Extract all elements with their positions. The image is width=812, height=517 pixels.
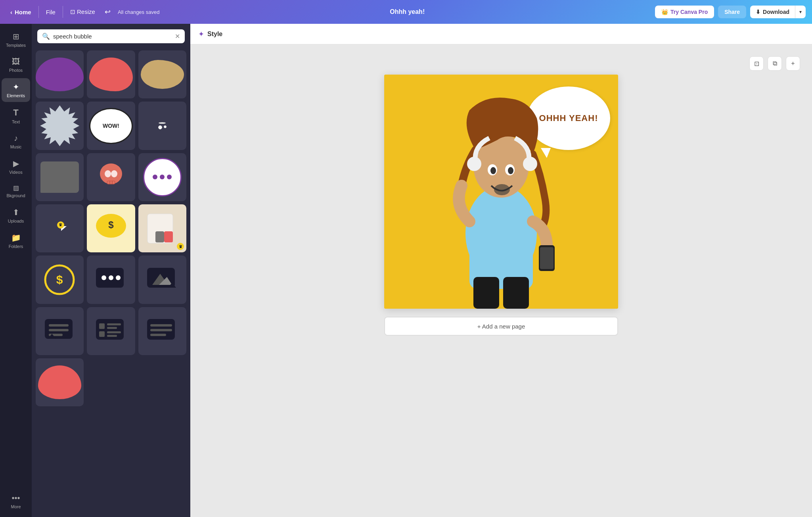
svg-point-2 [111,170,117,177]
svg-rect-33 [107,331,121,333]
skull-bubble-shape [95,161,127,193]
search-input[interactable] [53,33,172,40]
sidebar-item-background[interactable]: ▨ Bkground [2,180,30,202]
svg-point-41 [467,157,481,171]
chevron-left-icon: ‹ [10,9,12,15]
list-item[interactable]: $ [87,204,135,252]
svg-rect-36 [150,324,172,327]
list-item[interactable] [138,256,186,304]
saved-text: All changes saved [118,9,160,15]
download-button[interactable]: ⬇ Download [750,6,795,18]
sidebar-item-photos[interactable]: 🖼 Photos [2,53,30,77]
sidebar-item-videos[interactable]: ▶ Videos [2,155,30,179]
home-button[interactable]: ‹ Home [6,6,35,18]
elements-icon: ✦ [13,82,19,92]
list-item[interactable] [138,307,186,355]
sidebar-label-uploads: Uploads [8,219,24,223]
document-name: Ohhh yeah! [390,8,425,15]
sidebar-label-folders: Folders [9,244,23,249]
canvas-scroll: ⊡ ⧉ + OHHH YEAH! [190,44,812,517]
sidebar-item-music[interactable]: ♪ Music [2,130,30,153]
undo-button[interactable]: ↩ [102,5,113,19]
search-input-wrap: 🔍 ✕ [37,29,185,43]
background-icon: ▨ [13,184,19,192]
svg-rect-50 [540,247,553,269]
share-button[interactable]: Share [718,6,746,18]
more-icon: ••• [11,494,20,503]
sidebar-label-videos: Videos [9,170,22,175]
list-item[interactable] [87,153,135,201]
red-partial-shape [38,365,81,399]
photos-icon: 🖼 [12,57,20,66]
svg-point-15 [102,275,106,280]
sidebar-item-more[interactable]: ••• More [2,490,30,513]
svg-point-47 [494,184,510,195]
svg-rect-32 [99,331,105,337]
list-item[interactable] [87,307,135,355]
file-button[interactable]: File [42,6,59,18]
sidebar-label-background: Bkground [6,193,25,198]
search-panel: 🔍 ✕ WOW! [32,24,190,517]
canvas-frame[interactable]: OHHH YEAH! [384,75,618,309]
sidebar-label-more: More [11,504,21,509]
list-item[interactable]: WOW! [87,102,135,150]
topbar: ‹ Home File ⊡ Resize ↩ All changes saved… [0,0,812,24]
white-rect-bubble-shape: ♛ [53,226,67,231]
list-item[interactable] [138,102,186,150]
list-item[interactable] [87,256,135,304]
divider2 [63,6,63,18]
sidebar-label-templates: Templates [6,43,26,48]
svg-text:$: $ [108,219,114,230]
card-shape [144,211,180,246]
canvas-actions: ⊡ ⧉ + [749,56,800,71]
frame-action-button[interactable]: ⊡ [749,56,764,71]
list-item[interactable] [36,153,84,201]
sidebar-item-text[interactable]: T Text [2,104,30,128]
list-item[interactable] [36,307,84,355]
dark-lines3-shape [146,317,178,345]
uploads-icon: ⬆ [13,208,19,217]
list-item[interactable] [87,50,135,98]
templates-icon: ⊞ [13,32,19,41]
list-item[interactable] [138,153,186,201]
svg-point-17 [116,275,121,280]
svg-rect-29 [99,323,105,329]
svg-rect-11 [155,231,164,242]
list-item[interactable]: ♛ [138,204,186,252]
download-chevron-button[interactable]: ▾ [795,6,806,18]
sidebar-item-folders[interactable]: 📁 Folders [2,229,30,253]
add-action-button[interactable]: + [786,56,800,71]
sidebar-label-music: Music [10,144,22,149]
dark-lines1-shape [44,317,76,345]
list-item[interactable] [36,102,84,150]
resize-button[interactable]: ⊡ Resize [66,6,99,18]
style-icon: ✦ [198,30,204,38]
list-item[interactable] [138,50,186,98]
sidebar-label-text: Text [12,119,20,124]
try-pro-label: Try Canva Pro [670,9,708,15]
dollar-circle-shape: $ [43,263,77,297]
list-item[interactable]: $ [36,256,84,304]
list-item[interactable] [36,358,84,406]
add-page-button[interactable]: + Add a new page [384,317,618,336]
try-pro-button[interactable]: 👑 Try Canva Pro [655,6,714,18]
sidebar-item-templates[interactable]: ⊞ Templates [2,28,30,52]
divider [38,6,39,18]
dark-lines2-shape [95,317,127,345]
folders-icon: 📁 [11,233,21,242]
svg-rect-34 [107,335,117,337]
svg-rect-24 [49,324,69,327]
home-label: Home [15,9,31,15]
svg-rect-52 [503,277,529,309]
wow-bubble-shape: WOW! [89,108,132,144]
svg-rect-25 [49,329,69,331]
gray-chat-shape [40,161,79,193]
tan-bubble-shape [141,60,184,89]
copy-action-button[interactable]: ⧉ [768,56,782,71]
sidebar-item-elements[interactable]: ✦ Elements [2,78,30,102]
clear-icon[interactable]: ✕ [175,33,180,40]
add-page-label: + Add a new page [477,323,525,330]
list-item[interactable]: ♛ [36,204,84,252]
sidebar-item-uploads[interactable]: ⬆ Uploads [2,204,30,227]
list-item[interactable] [36,50,84,98]
